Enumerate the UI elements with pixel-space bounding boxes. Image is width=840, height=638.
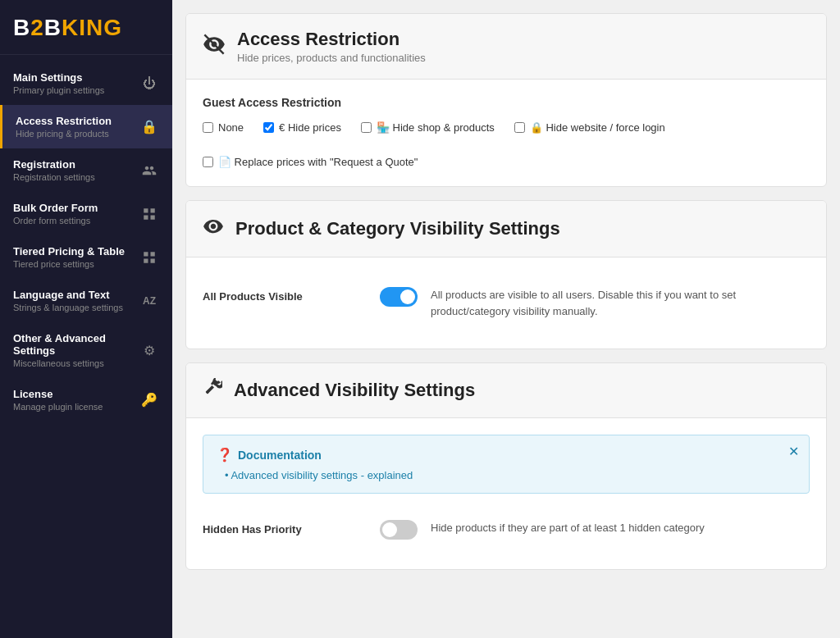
sidebar-item-registration-title: Registration <box>13 158 139 171</box>
checkbox-none[interactable] <box>203 122 213 133</box>
access-restriction-card: Access Restriction Hide prices, products… <box>185 13 827 187</box>
option-replace-prices[interactable]: 📄 Replace prices with "Request a Quote" <box>203 155 418 170</box>
product-visibility-body: All Products Visible All products are vi… <box>186 257 826 349</box>
product-visibility-title: Product & Category Visibility Settings <box>235 218 560 239</box>
product-visibility-card: Product & Category Visibility Settings A… <box>185 200 827 349</box>
all-products-label: All Products Visible <box>203 287 367 303</box>
option-hide-website-label: 🔒 Hide website / force login <box>530 121 665 135</box>
logo-b: B <box>44 15 62 40</box>
main-content: Access Restriction Hide prices, products… <box>172 0 840 638</box>
lock-icon: 🔒 <box>139 117 159 137</box>
key-icon: 🔑 <box>139 390 159 410</box>
hidden-priority-label: Hidden Has Priority <box>203 520 367 535</box>
table-icon <box>139 204 159 224</box>
sidebar-item-registration-subtitle: Registration settings <box>13 172 139 182</box>
power-icon: ⏻ <box>139 74 159 93</box>
checkbox-hide-prices[interactable] <box>263 122 274 133</box>
grid-icon <box>139 248 159 267</box>
all-products-toggle[interactable] <box>380 287 418 307</box>
hidden-priority-row: Hidden Has Priority Hide products if the… <box>203 507 810 553</box>
option-hide-prices-label: € Hide prices <box>279 121 341 135</box>
access-restriction-body: Guest Access Restriction None € Hide pri… <box>186 80 826 186</box>
logo-b2b: B <box>13 15 30 40</box>
sidebar-item-language-text-subtitle: Strings & language settings <box>13 303 139 312</box>
doc-title-text: Documentation <box>238 449 322 462</box>
access-restriction-subtitle: Hide prices, products and functionalitie… <box>237 52 426 64</box>
doc-link[interactable]: Advanced visibility settings - explained <box>217 469 796 481</box>
hidden-priority-desc: Hide products if they are part of at lea… <box>431 520 810 536</box>
sidebar-item-other-advanced-subtitle: Miscellaneous settings <box>13 358 139 368</box>
logo: B2BKING <box>13 15 159 41</box>
checkbox-replace-prices[interactable] <box>203 157 213 167</box>
sidebar-item-bulk-order-form-title: Bulk Order Form <box>13 202 139 214</box>
sidebar-item-tiered-pricing-title: Tiered Pricing & Table <box>13 245 139 257</box>
option-none-label: None <box>218 121 244 135</box>
language-icon: AZ <box>139 291 159 311</box>
all-products-desc: All products are visible to all users. D… <box>431 287 810 319</box>
question-icon: ❓ <box>217 447 233 463</box>
access-restriction-icon <box>203 33 226 61</box>
sidebar-item-language-text[interactable]: Language and Text Strings & language set… <box>0 279 172 322</box>
product-visibility-header: Product & Category Visibility Settings <box>186 201 826 257</box>
option-none[interactable]: None <box>203 121 244 135</box>
doc-box-close-button[interactable]: ✕ <box>788 444 799 459</box>
option-hide-prices[interactable]: € Hide prices <box>263 121 341 135</box>
sidebar-item-license[interactable]: License Manage plugin license 🔑 <box>0 378 172 422</box>
advanced-visibility-header: Advanced Visibility Settings <box>186 363 826 418</box>
gear-icon: ⚙ <box>139 340 159 360</box>
wrench-icon <box>203 378 222 403</box>
sidebar: B2BKING Main Settings Primary plugin set… <box>0 0 172 638</box>
sidebar-item-registration[interactable]: Registration Registration settings <box>0 148 172 192</box>
sidebar-item-main-settings-title: Main Settings <box>13 71 139 84</box>
advanced-visibility-body: ❓ Documentation ✕ Advanced visibility se… <box>186 418 826 569</box>
access-restriction-header: Access Restriction Hide prices, products… <box>186 14 826 80</box>
all-products-row: All Products Visible All products are vi… <box>203 274 810 332</box>
sidebar-item-main-settings-subtitle: Primary plugin settings <box>13 85 139 95</box>
sidebar-item-bulk-order-form-subtitle: Order form settings <box>13 216 139 226</box>
eye-icon <box>203 216 224 242</box>
documentation-box: ❓ Documentation ✕ Advanced visibility se… <box>203 435 810 494</box>
checkbox-hide-website[interactable] <box>514 122 525 133</box>
logo-2: 2 <box>30 15 44 40</box>
users-icon <box>139 161 159 180</box>
sidebar-item-access-restriction[interactable]: Access Restriction Hide pricing & produc… <box>0 105 172 148</box>
hidden-priority-toggle[interactable] <box>380 520 418 540</box>
sidebar-item-language-text-title: Language and Text <box>13 289 139 301</box>
sidebar-item-other-advanced-title: Other & Advanced Settings <box>13 332 139 357</box>
option-replace-prices-label: 📄 Replace prices with "Request a Quote" <box>218 155 418 170</box>
sidebar-nav: Main Settings Primary plugin settings ⏻ … <box>0 55 172 638</box>
advanced-visibility-title: Advanced Visibility Settings <box>234 380 475 401</box>
sidebar-item-license-subtitle: Manage plugin license <box>13 402 139 412</box>
guest-access-label: Guest Access Restriction <box>203 96 810 109</box>
checkbox-hide-shop[interactable] <box>361 122 372 133</box>
sidebar-item-license-title: License <box>13 388 139 400</box>
option-hide-shop-label: 🏪 Hide shop & products <box>377 121 495 135</box>
sidebar-item-main-settings[interactable]: Main Settings Primary plugin settings ⏻ <box>0 62 172 105</box>
sidebar-item-bulk-order-form[interactable]: Bulk Order Form Order form settings <box>0 192 172 235</box>
guest-access-options: None € Hide prices 🏪 Hide shop & product… <box>203 121 810 170</box>
sidebar-item-access-restriction-title: Access Restriction <box>16 115 139 127</box>
option-hide-website[interactable]: 🔒 Hide website / force login <box>514 121 665 135</box>
option-hide-shop[interactable]: 🏪 Hide shop & products <box>361 121 495 135</box>
sidebar-item-tiered-pricing-subtitle: Tiered price settings <box>13 259 139 269</box>
doc-box-title: ❓ Documentation <box>217 447 796 463</box>
sidebar-item-other-advanced[interactable]: Other & Advanced Settings Miscellaneous … <box>0 322 172 378</box>
access-restriction-title: Access Restriction <box>237 29 426 50</box>
sidebar-item-tiered-pricing[interactable]: Tiered Pricing & Table Tiered price sett… <box>0 235 172 279</box>
sidebar-item-access-restriction-subtitle: Hide pricing & products <box>16 129 139 139</box>
advanced-visibility-card: Advanced Visibility Settings ❓ Documenta… <box>185 362 827 570</box>
logo-king: KING <box>62 15 122 40</box>
sidebar-logo: B2BKING <box>0 0 172 55</box>
